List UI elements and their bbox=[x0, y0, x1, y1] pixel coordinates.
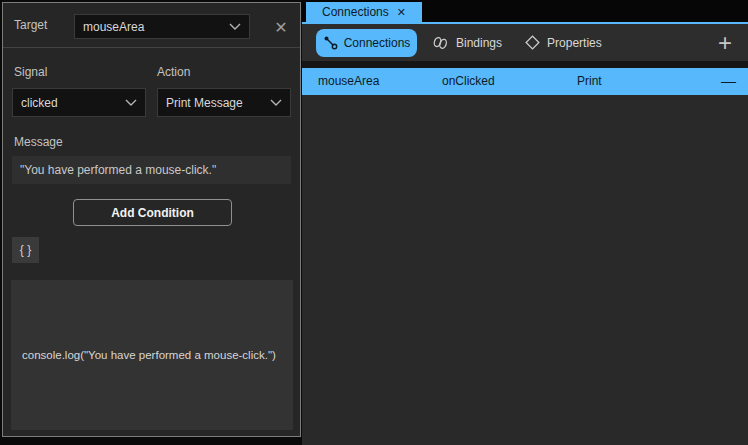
connections-panel: Connections ✕ Connections bbox=[302, 0, 748, 445]
bindings-icon bbox=[431, 35, 450, 51]
panel-tab-bar: Connections ✕ bbox=[302, 0, 748, 22]
braces-icon: { } bbox=[20, 243, 31, 257]
properties-icon bbox=[524, 34, 541, 51]
toolbar-separator bbox=[302, 61, 748, 68]
action-dropdown-value: Print Message bbox=[166, 96, 270, 110]
signal-dropdown-value: clicked bbox=[21, 96, 125, 110]
code-preview-area[interactable]: console.log("You have performed a mouse-… bbox=[11, 280, 293, 430]
code-editor-toggle-button[interactable]: { } bbox=[12, 237, 39, 263]
tab-connections[interactable]: Connections bbox=[316, 29, 417, 57]
tab-connections-view-label: Connections bbox=[322, 5, 389, 19]
tab-connections-label: Connections bbox=[344, 36, 411, 50]
add-condition-label: Add Condition bbox=[111, 206, 194, 220]
panel-toolbar: Connections Bindings Properties + bbox=[302, 24, 748, 61]
connection-row[interactable]: mouseArea onClicked Print — bbox=[302, 68, 748, 95]
connection-icon bbox=[323, 35, 338, 50]
divider bbox=[3, 47, 300, 48]
signal-label: Signal bbox=[14, 64, 47, 80]
chevron-down-icon bbox=[229, 23, 241, 30]
tab-connections-view[interactable]: Connections ✕ bbox=[306, 2, 422, 22]
tab-bindings[interactable]: Bindings bbox=[431, 29, 502, 57]
connection-editor-dialog: Target mouseArea ✕ Signal Action clicked… bbox=[2, 2, 301, 437]
row-signal-cell[interactable]: onClicked bbox=[442, 68, 495, 95]
target-label: Target bbox=[14, 17, 47, 33]
add-connection-button[interactable]: + bbox=[718, 33, 732, 53]
tab-bindings-label: Bindings bbox=[456, 36, 502, 50]
signal-dropdown[interactable]: clicked bbox=[12, 88, 146, 117]
message-label: Message bbox=[14, 134, 63, 150]
chevron-down-icon bbox=[125, 99, 137, 106]
target-dropdown-value: mouseArea bbox=[83, 20, 229, 34]
chevron-down-icon bbox=[270, 99, 282, 106]
message-input[interactable] bbox=[12, 156, 291, 184]
close-icon[interactable]: ✕ bbox=[397, 6, 406, 19]
tab-properties-label: Properties bbox=[547, 36, 602, 50]
tab-properties[interactable]: Properties bbox=[524, 29, 602, 57]
close-icon[interactable]: ✕ bbox=[268, 14, 294, 40]
row-target-cell[interactable]: mouseArea bbox=[318, 68, 379, 95]
code-preview-text: console.log("You have performed a mouse-… bbox=[11, 349, 276, 361]
row-action-cell[interactable]: Print bbox=[577, 68, 602, 95]
target-dropdown[interactable]: mouseArea bbox=[74, 14, 250, 39]
action-dropdown[interactable]: Print Message bbox=[157, 88, 291, 117]
remove-connection-icon[interactable]: — bbox=[721, 68, 736, 95]
action-label: Action bbox=[157, 64, 190, 80]
add-condition-button[interactable]: Add Condition bbox=[73, 199, 232, 226]
